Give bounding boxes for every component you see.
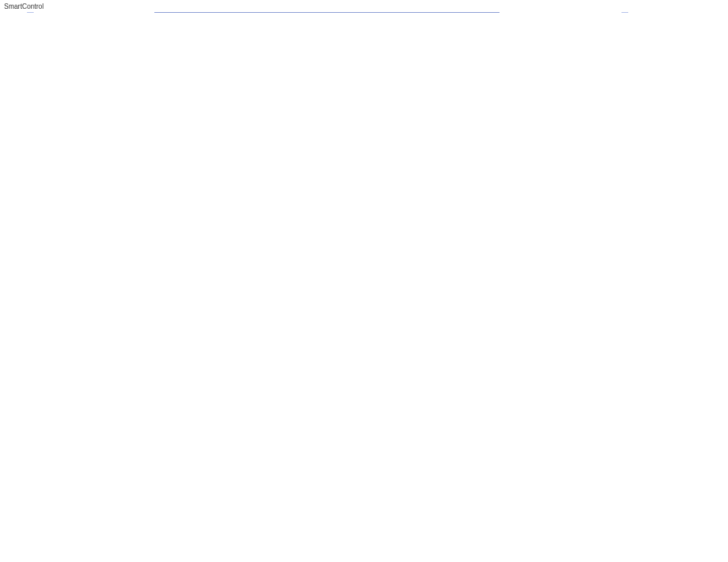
page-header-text: SmartControl [0,0,728,13]
decorative-bar-right [621,12,628,13]
decorative-bar-left [27,12,34,13]
smartcontrol-window-autopivot: Smart Control II ✕ SmartControl II PHILI… [154,12,499,13]
